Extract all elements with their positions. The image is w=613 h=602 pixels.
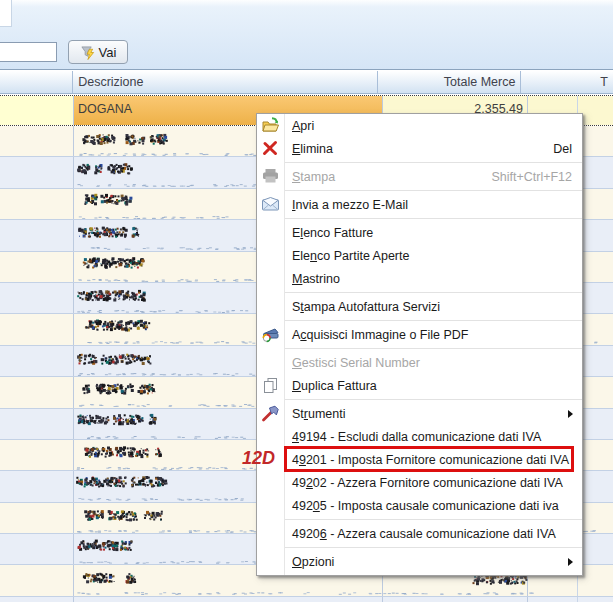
table-row[interactable]: [0, 597, 613, 602]
cell[interactable]: [0, 314, 74, 344]
cell[interactable]: [578, 157, 613, 187]
cell[interactable]: [578, 283, 613, 313]
cell[interactable]: [578, 503, 613, 533]
menu-item-label: 49205 - Imposta causale comunicazione da…: [292, 499, 559, 513]
menu-item-label: Elimina: [292, 142, 333, 156]
cell[interactable]: [578, 440, 613, 470]
menu-item-label: 49194 - Escludi dalla comunicazione dati…: [292, 430, 541, 444]
cell[interactable]: [578, 189, 613, 219]
menu-separator: [285, 519, 582, 520]
cell[interactable]: [578, 534, 613, 564]
cell[interactable]: [0, 409, 74, 439]
go-button[interactable]: Vai: [68, 40, 128, 64]
cell[interactable]: [578, 220, 613, 250]
menu-item-label: 49206 - Azzera causale comunicazione dat…: [292, 527, 556, 541]
cell-extra[interactable]: [578, 96, 613, 125]
toolbar: Vai: [0, 0, 613, 70]
menu-item-shortcut: Shift+Ctrl+F12: [471, 170, 572, 184]
annotation-12d: 12D: [242, 448, 275, 469]
cell[interactable]: [578, 409, 613, 439]
menu-separator: [285, 348, 582, 349]
cell[interactable]: [578, 314, 613, 344]
cell[interactable]: [0, 283, 74, 313]
printer-icon: [260, 166, 281, 187]
menu-item-label: 49201 - Imposta Fornitore comunicazione …: [292, 453, 569, 467]
cell[interactable]: [0, 534, 74, 564]
menu-item-label: Stampa: [292, 170, 335, 184]
folder-open-icon: [260, 115, 281, 136]
cell[interactable]: [0, 189, 74, 219]
menu-item-label: Opzioni: [292, 555, 334, 569]
cell[interactable]: [0, 346, 74, 376]
toolbar-corner-panel: [0, 0, 12, 27]
menu-item-label: 49202 - Azzera Fornitore comunicazione d…: [292, 476, 563, 490]
menu-item-49206-azzera-causale-comunicazione-dati-iv[interactable]: 49206 - Azzera causale comunicazione dat…: [257, 522, 582, 545]
menu-item-elimina[interactable]: EliminaDel: [257, 137, 582, 160]
menu-item-elenco-partite-aperte[interactable]: Elenco Partite Aperte: [257, 244, 582, 267]
menu-separator: [285, 292, 582, 293]
column-header-totale[interactable]: T: [521, 71, 613, 93]
menu-item-49202-azzera-fornitore-comunicazione-dati-[interactable]: 49202 - Azzera Fornitore comunicazione d…: [257, 471, 582, 494]
context-menu: ApriEliminaDelStampaShift+Ctrl+F12Invia …: [256, 113, 583, 576]
scanner-icon: [260, 324, 281, 345]
menu-item-label: Duplica Fattura: [292, 379, 377, 393]
cell[interactable]: [0, 126, 74, 156]
cell[interactable]: [578, 252, 613, 282]
menu-item-label: Elenco Fatture: [292, 226, 373, 240]
delete-icon: [260, 138, 281, 159]
cell[interactable]: [0, 220, 74, 250]
go-button-label: Vai: [99, 45, 117, 60]
menu-item-shortcut: Del: [533, 142, 572, 156]
table-header: Descrizione Totale Merce T: [0, 71, 613, 94]
cell[interactable]: [0, 503, 74, 533]
tools-icon: [260, 403, 281, 424]
menu-item-49205-imposta-causale-comunicazione-dati-i[interactable]: 49205 - Imposta causale comunicazione da…: [257, 494, 582, 517]
cell[interactable]: [578, 597, 613, 602]
cell[interactable]: [578, 565, 613, 595]
menu-item-label: Acquisisci Immagine o File PDF: [292, 328, 468, 342]
search-input[interactable]: [0, 42, 57, 62]
cell[interactable]: [578, 471, 613, 501]
menu-item-stampa[interactable]: StampaShift+Ctrl+F12: [257, 165, 582, 188]
menu-item-label: Stampa Autofattura Servizi: [292, 300, 440, 314]
menu-item-stampa-autofattura-servizi[interactable]: Stampa Autofattura Servizi: [257, 295, 582, 318]
menu-item-label: Mastrino: [292, 272, 340, 286]
menu-item-strumenti[interactable]: Strumenti: [257, 402, 582, 425]
menu-item-label: Elenco Partite Aperte: [292, 249, 409, 263]
cell[interactable]: [0, 565, 74, 595]
cell-row-selector[interactable]: [0, 96, 74, 125]
cell[interactable]: [0, 252, 74, 282]
menu-item-mastrino[interactable]: Mastrino: [257, 267, 582, 290]
column-header-empty[interactable]: [0, 71, 73, 93]
lightning-icon: [80, 45, 95, 60]
cell[interactable]: [0, 440, 74, 470]
menu-item-49194-escludi-dalla-comunicazione-dati-iva[interactable]: 49194 - Escludi dalla comunicazione dati…: [257, 425, 582, 448]
menu-item-label: Strumenti: [292, 407, 346, 421]
column-header-totale-merce[interactable]: Totale Merce: [378, 71, 521, 93]
menu-item-elenco-fatture[interactable]: Elenco Fatture: [257, 221, 582, 244]
menu-separator: [285, 320, 582, 321]
cell[interactable]: [0, 377, 74, 407]
menu-item-acquisisci-immagine-o-file-pdf[interactable]: Acquisisci Immagine o File PDF: [257, 323, 582, 346]
cell[interactable]: [528, 597, 578, 602]
menu-item-apri[interactable]: Apri: [257, 114, 582, 137]
cell[interactable]: [0, 471, 74, 501]
cell[interactable]: [383, 597, 528, 602]
cell[interactable]: [0, 597, 74, 602]
cell[interactable]: [578, 126, 613, 156]
menu-item-invia-a-mezzo-e-mail[interactable]: Invia a mezzo E-Mail: [257, 193, 582, 216]
menu-item-duplica-fattura[interactable]: Duplica Fattura: [257, 374, 582, 397]
submenu-arrow-icon: [568, 410, 573, 418]
cell[interactable]: [578, 346, 613, 376]
menu-item-opzioni[interactable]: Opzioni: [257, 550, 582, 573]
menu-item-49201-imposta-fornitore-comunicazione-dati[interactable]: 49201 - Imposta Fornitore comunicazione …: [257, 448, 582, 471]
cell[interactable]: [0, 157, 74, 187]
menu-separator: [285, 218, 582, 219]
submenu-arrow-icon: [568, 558, 573, 566]
menu-item-label: Apri: [292, 119, 314, 133]
menu-item-gestisci-serial-number[interactable]: Gestisci Serial Number: [257, 351, 582, 374]
cell[interactable]: [74, 597, 383, 602]
email-icon: [260, 194, 281, 215]
column-header-descrizione[interactable]: Descrizione: [73, 71, 378, 93]
cell[interactable]: [578, 377, 613, 407]
